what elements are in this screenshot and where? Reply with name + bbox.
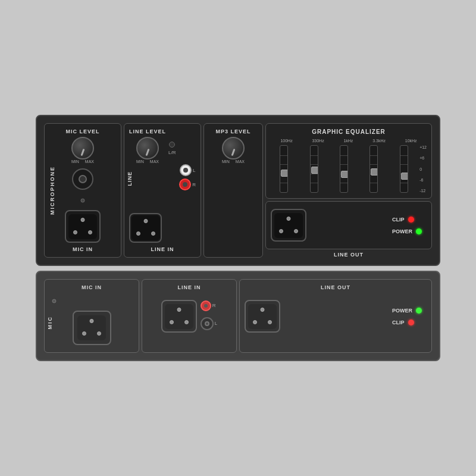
mp3-level-label: MP3 LEVEL xyxy=(215,129,250,134)
mic-xlr-pin2 xyxy=(73,230,77,234)
line-xlr-inner xyxy=(131,215,160,240)
rca-r-label: R xyxy=(192,182,196,187)
mic-level-label: MIC LEVEL xyxy=(65,129,99,134)
eq-freq-1k: 1kHz xyxy=(343,139,353,143)
line-xlr-pin1 xyxy=(143,219,148,223)
rca-l-label: L xyxy=(193,168,195,173)
eq-db-labels: +12 +6 0 -6 -12 xyxy=(419,145,427,193)
clip-label: CLIP xyxy=(392,217,405,223)
bottom-clip-row: CLIP xyxy=(392,320,422,325)
bottom-mic-xlr xyxy=(73,311,111,345)
eq-handle-330hz[interactable] xyxy=(311,167,318,174)
line-xlr-pin3 xyxy=(151,231,155,236)
mic-bottom-label: MIC IN xyxy=(73,246,93,252)
eq-handle-1khz[interactable] xyxy=(341,171,348,178)
bottom-line-label: LINE IN xyxy=(177,284,201,290)
eq-handle-100hz[interactable] xyxy=(281,170,288,177)
svg-point-0 xyxy=(81,199,84,202)
lineout-pin1 xyxy=(287,217,291,221)
main-container: MICROPHONE MIC LEVEL MIN MAX xyxy=(36,115,440,361)
line-xlr-connector xyxy=(129,213,162,243)
top-panel: MICROPHONE MIC LEVEL MIN MAX xyxy=(36,115,440,266)
line-section: LINE LEVEL MIN MAX L/R xyxy=(124,123,201,258)
eq-db-plus6: +6 xyxy=(419,156,427,160)
bottom-line-pin2 xyxy=(170,320,174,324)
bottom-jack xyxy=(201,317,214,330)
bottom-line-pin1 xyxy=(177,308,181,312)
eq-slider-1khz[interactable] xyxy=(340,145,348,193)
bottom-clip-led xyxy=(408,320,414,325)
lineout-section: CLIP POWER xyxy=(265,201,432,249)
rca-l-socket xyxy=(180,164,192,176)
lineout-xlr-inner xyxy=(274,213,303,238)
mic-level-knob[interactable] xyxy=(71,137,94,159)
screw-icon-1 xyxy=(52,299,57,303)
eq-title: GRAPHIC EQUALIZER xyxy=(271,129,427,135)
bottom-rca-r xyxy=(201,300,211,311)
line-level-label: LINE LEVEL xyxy=(129,129,166,134)
bottom-power-led xyxy=(416,308,422,314)
bottom-lineout-section: LINE OUT POWER CLIP xyxy=(239,279,432,353)
bottom-panel: MIC IN MIC LINE IN xyxy=(36,271,440,361)
eq-freq-labels: 100Hz 330Hz 1kHz 3.3kHz 10kHz xyxy=(271,139,427,143)
clip-led xyxy=(408,217,414,223)
lineout-bottom-label: LINE OUT xyxy=(265,252,432,258)
eq-freq-330: 330Hz xyxy=(312,139,324,143)
mic-knob-labels: MIN MAX xyxy=(71,159,94,164)
power-led xyxy=(416,228,422,234)
bottom-line-xlr-inner xyxy=(165,304,193,329)
bottom-mic-section: MIC IN MIC xyxy=(44,279,139,353)
eq-handle-33khz[interactable] xyxy=(371,168,378,176)
eq-section: GRAPHIC EQUALIZER 100Hz 330Hz 1kHz 3.3kH… xyxy=(265,123,432,199)
eq-slider-10khz[interactable] xyxy=(400,145,408,193)
bottom-line-xlr xyxy=(161,300,197,333)
eq-freq-33k: 3.3kHz xyxy=(372,139,386,143)
status-indicators: CLIP POWER xyxy=(387,212,427,239)
mic-max-label: MAX xyxy=(85,159,94,164)
bottom-power-row: POWER xyxy=(392,308,422,314)
mic-jack-socket xyxy=(72,168,93,190)
bottom-lineout-xlr-inner xyxy=(248,304,277,329)
lineout-xlr xyxy=(271,209,306,242)
line-bottom-label: LINE IN xyxy=(151,246,174,252)
mp3-section: MP3 LEVEL MIN MAX xyxy=(203,123,263,258)
bottom-line-pin3 xyxy=(184,320,189,324)
bottom-rca-r-label: R xyxy=(212,303,216,308)
line-min-label: MIN xyxy=(136,159,144,164)
lineout-pin2 xyxy=(279,229,283,233)
bottom-lineout-label: LINE OUT xyxy=(321,284,350,290)
mp3-max-label: MAX xyxy=(236,159,245,164)
bottom-lineout-pin1 xyxy=(261,308,265,312)
eq-slider-100hz[interactable] xyxy=(280,145,288,193)
bottom-clip-label: CLIP xyxy=(392,320,405,325)
bottom-line-section: LINE IN R xyxy=(142,279,237,353)
eq-slider-33khz[interactable] xyxy=(369,145,378,193)
bottom-mic-xlr-inner xyxy=(77,315,106,340)
line-vertical-label: LINE xyxy=(127,171,133,186)
power-label: POWER xyxy=(392,228,412,234)
rca-r-socket xyxy=(179,178,191,190)
bottom-lineout-pin3 xyxy=(268,320,272,324)
mic-xlr-pin3 xyxy=(88,230,92,234)
bottom-mic-pin2 xyxy=(82,331,86,336)
eq-controls: +12 +6 0 -6 -12 xyxy=(271,145,427,193)
eq-db-minus6: -6 xyxy=(419,178,427,182)
bottom-mic-label: MIC IN xyxy=(82,284,102,290)
line-level-knob[interactable] xyxy=(136,137,159,159)
eq-freq-10k: 10kHz xyxy=(405,139,417,143)
mic-side-label: MIC xyxy=(47,316,53,330)
mp3-level-knob[interactable] xyxy=(222,137,245,159)
bottom-rca-l-label: L xyxy=(215,321,217,326)
lr-label: L/R xyxy=(168,150,176,155)
eq-db-plus12: +12 xyxy=(419,145,427,149)
eq-db-0: 0 xyxy=(419,167,427,171)
eq-handle-10khz[interactable] xyxy=(401,173,408,180)
microphone-vertical-label: MICROPHONE xyxy=(49,166,55,215)
svg-point-1 xyxy=(52,299,56,303)
mic-xlr-connector xyxy=(65,210,101,243)
eq-slider-330hz[interactable] xyxy=(310,145,318,193)
bottom-lineout-pin2 xyxy=(253,320,257,324)
line-dot xyxy=(169,142,175,148)
mic-xlr-pin1 xyxy=(81,218,85,222)
eq-freq-100: 100Hz xyxy=(280,139,292,143)
